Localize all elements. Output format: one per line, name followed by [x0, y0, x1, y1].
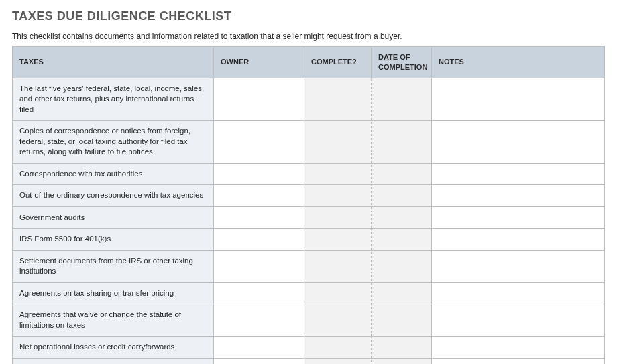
cell-complete[interactable]: [304, 121, 372, 164]
cell-complete[interactable]: [304, 304, 372, 337]
cell-taxes: Settlement documents from the IRS or oth…: [13, 250, 214, 282]
cell-notes[interactable]: [432, 163, 605, 185]
table-row: IRS Form 5500 for 401(k)s: [13, 229, 605, 251]
col-header-notes: NOTES: [432, 47, 605, 78]
cell-notes[interactable]: [432, 358, 605, 364]
cell-owner[interactable]: [214, 304, 304, 337]
cell-taxes: Agreements that waive or change the stat…: [13, 304, 214, 337]
cell-taxes: Out-of-the-ordinary correspondence with …: [13, 185, 214, 207]
cell-date[interactable]: [372, 304, 432, 337]
cell-date[interactable]: [372, 282, 432, 304]
cell-date[interactable]: [372, 185, 432, 207]
cell-complete[interactable]: [304, 337, 372, 359]
cell-taxes: Net operational losses or credit carryfo…: [13, 337, 214, 359]
cell-owner[interactable]: [214, 358, 304, 364]
cell-owner[interactable]: [214, 185, 304, 207]
cell-taxes: Copies of correspondence or notices from…: [13, 121, 214, 164]
table-row: The last five years' federal, state, loc…: [13, 78, 605, 121]
cell-date[interactable]: [372, 163, 432, 185]
page-subtitle: This checklist contains documents and in…: [12, 32, 605, 41]
cell-notes[interactable]: [432, 304, 605, 337]
cell-date[interactable]: [372, 229, 432, 251]
cell-notes[interactable]: [432, 78, 605, 121]
cell-taxes: IRS Form 5500 for 401(k)s: [13, 229, 214, 251]
table-row: Net operational losses or credit carryfo…: [13, 337, 605, 359]
cell-date[interactable]: [372, 358, 432, 364]
cell-complete[interactable]: [304, 163, 372, 185]
cell-taxes: Government audits: [13, 206, 214, 229]
table-row: Agreements that waive or change the stat…: [13, 304, 605, 337]
cell-complete[interactable]: [304, 358, 372, 364]
cell-owner[interactable]: [214, 229, 304, 251]
col-header-taxes: TAXES: [13, 47, 214, 78]
table-row: Agreements on tax sharing or transfer pr…: [13, 282, 605, 304]
table-row: Settlement documents from the IRS or oth…: [13, 250, 605, 282]
cell-complete[interactable]: [304, 250, 372, 282]
cell-owner[interactable]: [214, 121, 304, 164]
cell-taxes: Effects of changes in control on the ava…: [13, 358, 214, 364]
cell-notes[interactable]: [432, 206, 605, 229]
cell-taxes: The last five years' federal, state, loc…: [13, 78, 214, 121]
checklist-table: TAXES OWNER COMPLETE? DATE OF COMPLETION…: [12, 46, 605, 364]
table-row: Correspondence with tax authorities: [13, 163, 605, 185]
cell-date[interactable]: [372, 78, 432, 121]
cell-notes[interactable]: [432, 229, 605, 251]
cell-owner[interactable]: [214, 337, 304, 359]
cell-complete[interactable]: [304, 185, 372, 207]
cell-notes[interactable]: [432, 121, 605, 164]
table-row: Government audits: [13, 206, 605, 229]
cell-owner[interactable]: [214, 250, 304, 282]
page-title: TAXES DUE DILIGENCE CHECKLIST: [12, 9, 605, 23]
table-row: Out-of-the-ordinary correspondence with …: [13, 185, 605, 207]
table-body: The last five years' federal, state, loc…: [13, 78, 605, 364]
cell-notes[interactable]: [432, 250, 605, 282]
cell-notes[interactable]: [432, 337, 605, 359]
col-header-complete: COMPLETE?: [304, 47, 372, 78]
cell-owner[interactable]: [214, 163, 304, 185]
cell-complete[interactable]: [304, 282, 372, 304]
cell-notes[interactable]: [432, 185, 605, 207]
cell-complete[interactable]: [304, 78, 372, 121]
cell-date[interactable]: [372, 121, 432, 164]
cell-taxes: Correspondence with tax authorities: [13, 163, 214, 185]
cell-notes[interactable]: [432, 282, 605, 304]
cell-complete[interactable]: [304, 229, 372, 251]
cell-date[interactable]: [372, 250, 432, 282]
col-header-date: DATE OF COMPLETION: [372, 47, 432, 78]
col-header-owner: OWNER: [214, 47, 304, 78]
table-row: Copies of correspondence or notices from…: [13, 121, 605, 164]
table-header-row: TAXES OWNER COMPLETE? DATE OF COMPLETION…: [13, 47, 605, 78]
cell-owner[interactable]: [214, 206, 304, 229]
cell-complete[interactable]: [304, 206, 372, 229]
cell-owner[interactable]: [214, 78, 304, 121]
cell-date[interactable]: [372, 206, 432, 229]
table-row: Effects of changes in control on the ava…: [13, 358, 605, 364]
cell-date[interactable]: [372, 337, 432, 359]
cell-owner[interactable]: [214, 282, 304, 304]
cell-taxes: Agreements on tax sharing or transfer pr…: [13, 282, 214, 304]
